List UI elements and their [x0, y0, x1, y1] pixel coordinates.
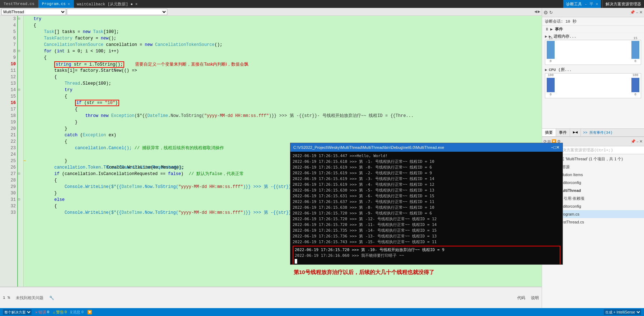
title-right: WaitCallback [从元数据] ● ×	[77, 1, 137, 7]
diag-minimize-btn[interactable]: −	[636, 10, 638, 15]
all-events-link[interactable]: >> 所有事件(34)	[583, 130, 612, 135]
terminal-maximize-btn[interactable]: □	[554, 145, 556, 150]
solution-selector[interactable]: 整个解决方案	[3, 309, 32, 315]
line-numbers: 3 4 5 6 7 8 9 10 11 12 13 14 15 16 17 18	[0, 16, 18, 287]
diag-refresh-btn[interactable]: ↻	[549, 10, 553, 15]
warning-icon: ⚠	[53, 310, 55, 315]
warning-count-label: 警告	[56, 310, 64, 315]
message-count-label: 消息	[73, 310, 80, 315]
zoom-level: 1 %	[3, 296, 10, 300]
terminal-line-14: 2022-06-19 17:26:15.735 >>> 第 -14- 号线程执行…	[293, 228, 560, 234]
terminal-line-5: 2022-06-19 17:26:15.619 >>> 第 -3- 号线程执行正…	[293, 176, 560, 182]
terminal-line-16: 2022-06-19 17:26:15.743 >>> 第 -15- 号线程执行…	[293, 239, 560, 245]
diag-toolbar: ⚙ ↻ 📌 − ✕	[542, 8, 644, 17]
diag-settings-btn[interactable]: ⚙	[543, 10, 548, 15]
error-icon: ✕	[35, 310, 38, 315]
code-line-3: try	[24, 16, 542, 22]
terminal-close-btn[interactable]: ✕	[556, 145, 560, 150]
code-line-13: Thread.Sleep(100);	[24, 80, 542, 87]
solution-explorer-label: 解决方案资源管理器	[602, 0, 644, 8]
status-errors[interactable]: ✕ 错误 0	[35, 310, 49, 315]
editor-toolbar: MultiThread ◀ ▶	[0, 8, 542, 16]
diag-tabs: 摘要 事件 ▶◀ >> 所有事件(34)	[542, 128, 644, 136]
terminal-line-9: 2022-06-19 17:26:15.637 >>> 第 -7- 号线程执行正…	[293, 199, 560, 205]
code-line-11: tasks[i]= factory.StartNew(() =>	[24, 67, 542, 74]
terminal-line-3: 2022-06-19 17:26:15.619 >>> 第 -0- 号线程执行正…	[293, 165, 560, 170]
code-line-17: {	[24, 106, 542, 113]
fold-gutter: ⊟ ⊟ ⊟	[18, 16, 24, 287]
solution-select[interactable]: 整个解决方案	[3, 309, 32, 315]
build-select[interactable]: 生成 + IntelliSense	[604, 309, 641, 315]
terminal-content: 2022-06-19 17:26:15.447 >>>Hello, World!…	[290, 152, 563, 264]
terminal-line-11: 2022-06-19 17:26:15.720 >>> 第 -9- 号线程执行正…	[293, 211, 560, 216]
col-header-desc: 说明	[531, 295, 539, 301]
tab-testthread[interactable]: TestThread.cs	[0, 0, 38, 8]
terminal-line-1: 2022-06-19 17:26:15.447 >>>Hello, World!	[293, 153, 560, 159]
code-line-7: CancellationTokenSource cancellation = n…	[24, 42, 542, 48]
status-warnings[interactable]: ⚠ 警告 0	[53, 310, 67, 315]
terminal-highlight-line-2: 2022-06-19 17:26:16.060 >>> 我不晓得要打印嗒子 ~~	[295, 253, 558, 259]
code-line-21: catch (Exception ex)	[24, 132, 542, 138]
terminal-line-4: 2022-06-19 17:26:15.619 >>> 第 -2- 号线程执行正…	[293, 170, 560, 176]
diag-pin-btn[interactable]: 📌	[630, 10, 635, 15]
cpu-expand-icon[interactable]: ▶	[545, 67, 547, 72]
code-line-9: {	[24, 55, 542, 61]
code-line-10: string str = i.ToString();需要自定义一个变量来判断，直…	[24, 61, 542, 67]
terminal-highlight-line-1: 2022-06-19 17:26:15.720 >>> 第 -10- 号线程开始…	[295, 247, 558, 253]
code-line-5: Task[] tasks = new Task[100];	[24, 29, 542, 35]
terminal-line-15: 2022-06-19 17:26:15.736 >>> 第 -13- 号线程执行…	[293, 234, 560, 239]
terminal-line-8: 2022-06-19 17:26:15.631 >>> 第 -6- 号线程执行正…	[293, 193, 560, 199]
scroll-arrow-left[interactable]: ◀	[535, 9, 537, 14]
terminal-line-2: 2022-06-19 17:26:15.618 >>> 第 -1- 号线程执行正…	[293, 159, 560, 165]
member-selector[interactable]	[67, 9, 167, 15]
code-line-18: throw new Exception($"{{DateTime.Now.ToS…	[24, 113, 542, 119]
terminal-cursor: █	[295, 259, 558, 264]
tab-summary[interactable]: 摘要	[542, 129, 556, 136]
terminal-line-7: 2022-06-19 17:26:15.630 >>> 第 -5- 号线程执行正…	[293, 188, 560, 193]
title-bar: TestThread.cs Program.cs ✕ WaitCallback …	[0, 0, 644, 8]
terminal-line-6: 2022-06-19 17:26:15.619 >>> 第 -4- 号线程执行正…	[293, 182, 560, 188]
code-line-8: for (int i = 0; i < 100; i++)	[24, 48, 542, 55]
code-line-12: {	[24, 74, 542, 80]
solution-minimize-btn[interactable]: −	[636, 140, 639, 144]
terminal-line-10: 2022-06-19 17:26:15.638 >>> 第 -8- 号线程执行正…	[293, 205, 560, 211]
terminal-line-12: 2022-06-19 17:26:15.720 >>> 第 -12- 号线程执行…	[293, 216, 560, 222]
terminal-minimize-btn[interactable]: −	[551, 145, 554, 150]
pause-icon[interactable]: ⏸	[545, 27, 549, 32]
diag-session-info: 诊断会话: 10 秒	[542, 17, 644, 26]
build-menu[interactable]: 生成 + IntelliSense	[604, 309, 641, 315]
diagnostics-panel: ⚙ ↻ 📌 − ✕ 诊断会话: 10 秒 ⏸ ▶ 事件	[542, 8, 644, 137]
terminal-line-13: 2022-06-19 17:26:15.720 >>> 第 -11- 号线程执行…	[293, 222, 560, 228]
diag-close-btn[interactable]: ✕	[639, 10, 643, 15]
col-header-code: 代码	[517, 295, 525, 301]
status-bar: 整个解决方案 ✕ 错误 0 ⚠ 警告 0 ℹ 消息 0 🔽 生成 + Intel…	[0, 308, 644, 316]
error-count-label: 错误	[38, 310, 46, 315]
diag-tools-label: 诊断工具 - 平 ×	[563, 0, 601, 8]
solution-close-btn[interactable]: ✕	[639, 139, 643, 144]
no-issues: 未找到相关问题	[16, 295, 43, 301]
code-line-19: }	[24, 119, 542, 126]
code-line-16: if (str == "10")	[24, 100, 542, 106]
close-icon[interactable]: ✕	[68, 2, 70, 6]
code-line-15: {	[24, 93, 542, 100]
tab-events[interactable]: 事件	[556, 129, 570, 136]
terminal-title-bar: C:\VS2022_Project\Wesky\MultiThread\Mult…	[290, 143, 563, 152]
status-filter[interactable]: 🔽	[87, 310, 92, 315]
scope-selector[interactable]: MultiThread	[1, 9, 66, 15]
code-line-14: try	[24, 87, 542, 93]
diag-events-section: ⏸ ▶ 事件	[542, 26, 644, 33]
terminal-annotation: 第10号线程放弃治疗以后，后续的大几十个线程也就没得了	[294, 269, 434, 276]
tab-extra[interactable]: ▶◀	[570, 129, 581, 136]
diag-memory-section: ▶ ▶ 进程内存... 15 0 15 0	[542, 33, 644, 66]
diag-cpu-section: ▶ CPU (所... 100 0 100 0	[542, 66, 644, 128]
code-line-4: {	[24, 22, 542, 29]
editor-bottom-panel: 1 % 未找到相关问题 🔧 代码 说明	[0, 287, 542, 308]
status-messages[interactable]: ℹ 消息 0	[70, 310, 84, 315]
terminal-highlighted-block: 2022-06-19 17:26:15.720 >>> 第 -10- 号线程开始…	[293, 246, 560, 264]
message-icon: ℹ	[70, 310, 72, 315]
scroll-arrow-right[interactable]: ▶	[538, 9, 540, 14]
tab-program-cs[interactable]: Program.cs ✕	[38, 0, 74, 8]
solution-pin-btn[interactable]: 📌	[631, 139, 636, 144]
code-line-6: TaskFactory factory = new();	[24, 35, 542, 42]
terminal-window: C:\VS2022_Project\Wesky\MultiThread\Mult…	[290, 143, 563, 265]
